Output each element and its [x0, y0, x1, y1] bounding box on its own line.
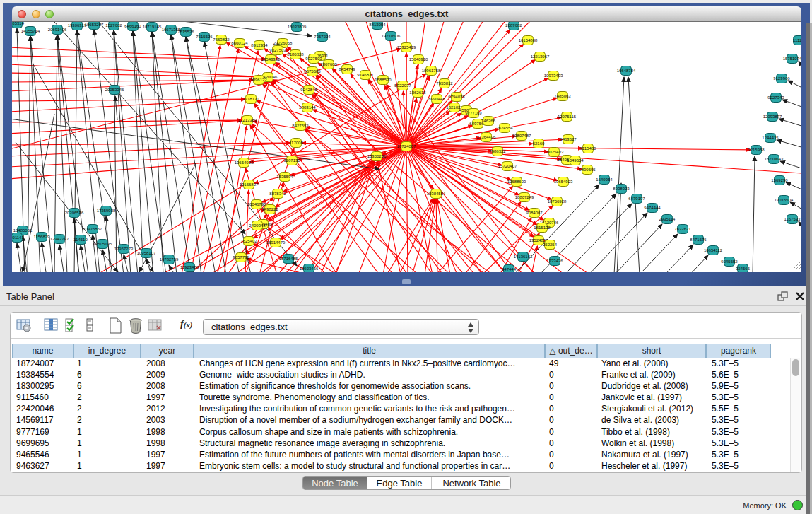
svg-text:2803144: 2803144 — [299, 105, 316, 110]
svg-text:10688609: 10688609 — [507, 180, 526, 184]
svg-text:9115460: 9115460 — [580, 146, 597, 151]
svg-text:10807487: 10807487 — [512, 134, 531, 138]
svg-text:18724007: 18724007 — [397, 144, 416, 148]
svg-text:12942737: 12942737 — [50, 237, 69, 241]
svg-text:252254: 252254 — [543, 243, 558, 247]
svg-text:947444: 947444 — [502, 267, 517, 271]
svg-text:8990448: 8990448 — [428, 97, 445, 101]
svg-text:1244415: 1244415 — [762, 136, 779, 140]
svg-text:3267130: 3267130 — [283, 158, 300, 163]
svg-text:15640910: 15640910 — [409, 57, 428, 62]
svg-text:12975115: 12975115 — [558, 115, 577, 119]
svg-text:11923466: 11923466 — [180, 265, 199, 269]
svg-text:1167533: 1167533 — [784, 217, 801, 221]
svg-text:9084067: 9084067 — [526, 211, 543, 215]
svg-text:8454749: 8454749 — [339, 67, 355, 71]
svg-text:12213967: 12213967 — [531, 54, 550, 59]
svg-text:9899695: 9899695 — [579, 168, 596, 172]
svg-text:2409948: 2409948 — [249, 223, 266, 228]
svg-text:9463627: 9463627 — [560, 137, 577, 141]
svg-text:6794028: 6794028 — [448, 95, 465, 99]
svg-text:9227343: 9227343 — [767, 95, 784, 100]
svg-text:19384554: 19384554 — [427, 192, 446, 196]
svg-text:7515526: 7515526 — [177, 30, 194, 34]
svg-text:1588520: 1588520 — [375, 78, 392, 82]
svg-text:23226058: 23226058 — [273, 41, 293, 45]
svg-text:9245652: 9245652 — [721, 259, 738, 264]
svg-text:7632621: 7632621 — [674, 227, 691, 231]
svg-text:8186328: 8186328 — [287, 52, 304, 57]
svg-text:7625402: 7625402 — [240, 239, 257, 243]
svg-text:9146821: 9146821 — [357, 73, 374, 77]
svg-text:16046798: 16046798 — [247, 202, 266, 206]
svg-text:9474444: 9474444 — [644, 206, 661, 210]
svg-text:16485061: 16485061 — [13, 228, 33, 233]
svg-text:15716485: 15716485 — [279, 257, 298, 261]
svg-text:16782759: 16782759 — [160, 257, 179, 262]
svg-text:16914479: 16914479 — [266, 240, 286, 245]
svg-text:205314: 205314 — [12, 22, 25, 25]
svg-text:10923466: 10923466 — [300, 267, 319, 271]
svg-text:16033809: 16033809 — [288, 25, 307, 29]
svg-text:62160: 62160 — [533, 141, 545, 146]
svg-text:9327503: 9327503 — [305, 57, 322, 61]
svg-text:15751074: 15751074 — [783, 57, 801, 61]
svg-text:17957273: 17957273 — [114, 247, 134, 251]
svg-text:8471676: 8471676 — [690, 238, 707, 242]
svg-text:16648784: 16648784 — [617, 69, 636, 73]
svg-text:19166827: 19166827 — [240, 182, 259, 187]
svg-text:9129966: 9129966 — [773, 76, 790, 81]
svg-text:6479197: 6479197 — [628, 197, 645, 201]
svg-text:10654112: 10654112 — [704, 248, 723, 252]
svg-text:8427552: 8427552 — [292, 124, 309, 128]
svg-text:15720407: 15720407 — [498, 164, 517, 168]
svg-text:1615132: 1615132 — [534, 226, 551, 230]
svg-text:8912954: 8912954 — [251, 43, 268, 47]
svg-text:114519: 114519 — [73, 238, 88, 242]
svg-text:16543382: 16543382 — [261, 57, 281, 62]
svg-text:10961758: 10961758 — [422, 69, 441, 73]
svg-text:8660124: 8660124 — [231, 41, 248, 45]
svg-text:10025433: 10025433 — [545, 150, 564, 154]
svg-text:1569290: 1569290 — [771, 178, 788, 182]
svg-text:10975867: 10975867 — [83, 227, 102, 231]
svg-text:20691406: 20691406 — [48, 28, 67, 32]
svg-text:9657791: 9657791 — [233, 255, 249, 259]
svg-text:9896122: 9896122 — [250, 78, 267, 82]
svg-text:2718170: 2718170 — [242, 97, 259, 101]
svg-text:16210643: 16210643 — [765, 157, 784, 161]
svg-text:7357224: 7357224 — [314, 35, 331, 39]
svg-text:7955812: 7955812 — [436, 81, 453, 86]
svg-text:3624554: 3624554 — [496, 126, 513, 130]
svg-text:1049604: 1049604 — [567, 158, 584, 163]
svg-text:391141: 391141 — [12, 235, 24, 240]
svg-text:10958107: 10958107 — [137, 251, 156, 255]
svg-text:19218506: 19218506 — [382, 34, 401, 38]
svg-text:7515526: 7515526 — [196, 35, 213, 39]
svg-text:9242848: 9242848 — [300, 88, 317, 92]
svg-text:17359938: 17359938 — [97, 209, 116, 213]
svg-text:1156829: 1156829 — [34, 235, 51, 239]
svg-text:15325419: 15325419 — [397, 45, 416, 49]
svg-text:2867608: 2867608 — [320, 62, 337, 66]
svg-text:21364436: 21364436 — [477, 135, 496, 139]
svg-text:3215958: 3215958 — [748, 148, 765, 152]
svg-text:7663822: 7663822 — [213, 37, 230, 42]
svg-text:1527602: 1527602 — [105, 23, 122, 28]
svg-text:8813054: 8813054 — [369, 23, 386, 27]
svg-text:2935114: 2935114 — [659, 217, 676, 221]
svg-text:7485063: 7485063 — [554, 94, 571, 98]
svg-text:7986322: 7986322 — [489, 149, 506, 153]
svg-text:11123: 11123 — [793, 38, 801, 42]
svg-text:14136141: 14136141 — [514, 255, 533, 259]
svg-text:10973493: 10973493 — [544, 74, 563, 78]
svg-text:8878342: 8878342 — [269, 192, 286, 196]
svg-text:3498222: 3498222 — [261, 207, 278, 211]
svg-text:10756928: 10756928 — [548, 199, 567, 204]
svg-text:8675685: 8675685 — [304, 69, 321, 74]
svg-text:19654923: 19654923 — [235, 160, 254, 165]
svg-text:6466160: 6466160 — [124, 24, 141, 28]
svg-text:20053346: 20053346 — [105, 88, 124, 92]
svg-text:16154808: 16154808 — [519, 38, 538, 42]
svg-text:5322037: 5322037 — [394, 83, 411, 88]
